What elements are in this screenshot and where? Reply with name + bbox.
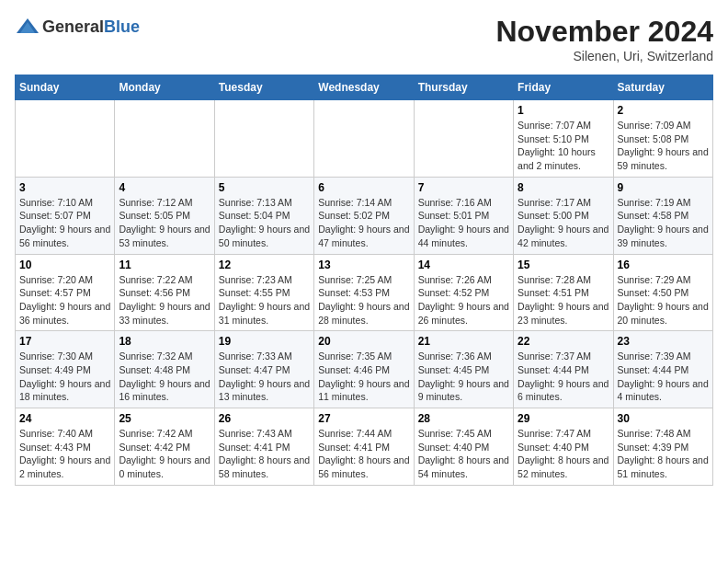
day-info: Sunrise: 7:26 AMSunset: 4:52 PMDaylight:…	[418, 273, 509, 327]
location-text: Silenen, Uri, Switzerland	[495, 49, 713, 63]
day-number: 29	[518, 412, 609, 425]
day-number: 5	[219, 181, 310, 194]
calendar-cell: 11Sunrise: 7:22 AMSunset: 4:56 PMDayligh…	[115, 254, 214, 331]
calendar-cell: 16Sunrise: 7:29 AMSunset: 4:50 PMDayligh…	[613, 254, 712, 331]
calendar-week-4: 17Sunrise: 7:30 AMSunset: 4:49 PMDayligh…	[16, 331, 713, 408]
calendar-week-3: 10Sunrise: 7:20 AMSunset: 4:57 PMDayligh…	[16, 254, 713, 331]
calendar-cell	[115, 100, 214, 178]
logo-general-text: General	[42, 17, 104, 36]
day-info: Sunrise: 7:17 AMSunset: 5:00 PMDaylight:…	[518, 196, 609, 250]
calendar-cell: 28Sunrise: 7:45 AMSunset: 4:40 PMDayligh…	[414, 408, 513, 486]
day-number: 1	[518, 104, 609, 117]
day-number: 23	[618, 335, 709, 348]
calendar-cell	[16, 100, 115, 178]
day-number: 2	[618, 104, 709, 117]
day-info: Sunrise: 7:45 AMSunset: 4:40 PMDaylight:…	[418, 427, 509, 481]
day-number: 6	[318, 181, 409, 194]
calendar-cell: 13Sunrise: 7:25 AMSunset: 4:53 PMDayligh…	[314, 254, 414, 331]
day-number: 18	[119, 335, 210, 348]
day-info: Sunrise: 7:19 AMSunset: 4:58 PMDaylight:…	[618, 196, 709, 250]
day-number: 16	[618, 259, 709, 271]
day-info: Sunrise: 7:36 AMSunset: 4:45 PMDaylight:…	[418, 350, 509, 404]
day-number: 26	[219, 412, 310, 425]
calendar-cell: 25Sunrise: 7:42 AMSunset: 4:42 PMDayligh…	[115, 408, 214, 486]
calendar-cell: 10Sunrise: 7:20 AMSunset: 4:57 PMDayligh…	[16, 254, 115, 331]
day-info: Sunrise: 7:42 AMSunset: 4:42 PMDaylight:…	[119, 427, 210, 481]
calendar-cell: 12Sunrise: 7:23 AMSunset: 4:55 PMDayligh…	[214, 254, 313, 331]
day-number: 30	[618, 412, 709, 425]
day-number: 15	[518, 259, 609, 271]
calendar-cell: 19Sunrise: 7:33 AMSunset: 4:47 PMDayligh…	[214, 331, 313, 408]
weekday-header-thursday: Thursday	[414, 75, 513, 100]
day-info: Sunrise: 7:30 AMSunset: 4:49 PMDaylight:…	[19, 350, 110, 404]
day-number: 10	[19, 259, 110, 271]
month-title: November 2024	[495, 15, 713, 49]
day-info: Sunrise: 7:12 AMSunset: 5:05 PMDaylight:…	[119, 196, 210, 250]
day-info: Sunrise: 7:40 AMSunset: 4:43 PMDaylight:…	[19, 427, 110, 481]
day-info: Sunrise: 7:22 AMSunset: 4:56 PMDaylight:…	[119, 273, 210, 327]
calendar-cell	[414, 100, 513, 178]
logo-blue-text: Blue	[104, 17, 140, 36]
calendar-cell: 17Sunrise: 7:30 AMSunset: 4:49 PMDayligh…	[16, 331, 115, 408]
day-number: 21	[418, 335, 509, 348]
day-number: 25	[119, 412, 210, 425]
calendar-cell: 27Sunrise: 7:44 AMSunset: 4:41 PMDayligh…	[314, 408, 414, 486]
day-number: 19	[219, 335, 310, 348]
day-info: Sunrise: 7:39 AMSunset: 4:44 PMDaylight:…	[618, 350, 709, 404]
day-number: 20	[318, 335, 409, 348]
calendar-cell: 18Sunrise: 7:32 AMSunset: 4:48 PMDayligh…	[115, 331, 214, 408]
calendar-cell: 4Sunrise: 7:12 AMSunset: 5:05 PMDaylight…	[115, 177, 214, 254]
calendar-cell	[214, 100, 313, 178]
calendar-cell: 2Sunrise: 7:09 AMSunset: 5:08 PMDaylight…	[613, 100, 712, 178]
calendar-cell: 20Sunrise: 7:35 AMSunset: 4:46 PMDayligh…	[314, 331, 414, 408]
day-number: 9	[618, 181, 709, 194]
calendar-week-5: 24Sunrise: 7:40 AMSunset: 4:43 PMDayligh…	[16, 408, 713, 486]
calendar-cell: 23Sunrise: 7:39 AMSunset: 4:44 PMDayligh…	[613, 331, 712, 408]
day-info: Sunrise: 7:13 AMSunset: 5:04 PMDaylight:…	[219, 196, 310, 250]
calendar-cell: 14Sunrise: 7:26 AMSunset: 4:52 PMDayligh…	[414, 254, 513, 331]
day-info: Sunrise: 7:23 AMSunset: 4:55 PMDaylight:…	[219, 273, 310, 327]
calendar-cell: 6Sunrise: 7:14 AMSunset: 5:02 PMDaylight…	[314, 177, 414, 254]
day-info: Sunrise: 7:09 AMSunset: 5:08 PMDaylight:…	[618, 119, 709, 173]
day-info: Sunrise: 7:20 AMSunset: 4:57 PMDaylight:…	[19, 273, 110, 327]
weekday-header-tuesday: Tuesday	[214, 75, 313, 100]
day-info: Sunrise: 7:33 AMSunset: 4:47 PMDaylight:…	[219, 350, 310, 404]
day-number: 24	[19, 412, 110, 425]
day-info: Sunrise: 7:10 AMSunset: 5:07 PMDaylight:…	[19, 196, 110, 250]
calendar-cell: 1Sunrise: 7:07 AMSunset: 5:10 PMDaylight…	[514, 100, 613, 178]
logo-icon	[15, 15, 40, 40]
weekday-header-wednesday: Wednesday	[314, 75, 414, 100]
day-info: Sunrise: 7:32 AMSunset: 4:48 PMDaylight:…	[119, 350, 210, 404]
day-info: Sunrise: 7:28 AMSunset: 4:51 PMDaylight:…	[518, 273, 609, 327]
calendar-table: SundayMondayTuesdayWednesdayThursdayFrid…	[15, 75, 713, 486]
day-number: 4	[119, 181, 210, 194]
day-info: Sunrise: 7:29 AMSunset: 4:50 PMDaylight:…	[618, 273, 709, 327]
day-number: 22	[518, 335, 609, 348]
day-number: 3	[19, 181, 110, 194]
calendar-cell: 3Sunrise: 7:10 AMSunset: 5:07 PMDaylight…	[16, 177, 115, 254]
calendar-cell: 24Sunrise: 7:40 AMSunset: 4:43 PMDayligh…	[16, 408, 115, 486]
calendar-cell: 22Sunrise: 7:37 AMSunset: 4:44 PMDayligh…	[514, 331, 613, 408]
weekday-header-friday: Friday	[514, 75, 613, 100]
day-info: Sunrise: 7:37 AMSunset: 4:44 PMDaylight:…	[518, 350, 609, 404]
day-info: Sunrise: 7:44 AMSunset: 4:41 PMDaylight:…	[318, 427, 409, 481]
calendar-cell: 8Sunrise: 7:17 AMSunset: 5:00 PMDaylight…	[514, 177, 613, 254]
title-block: November 2024 Silenen, Uri, Switzerland	[495, 15, 713, 63]
calendar-cell: 15Sunrise: 7:28 AMSunset: 4:51 PMDayligh…	[514, 254, 613, 331]
day-number: 12	[219, 259, 310, 271]
calendar-cell: 29Sunrise: 7:47 AMSunset: 4:40 PMDayligh…	[514, 408, 613, 486]
day-number: 7	[418, 181, 509, 194]
weekday-header-sunday: Sunday	[16, 75, 115, 100]
day-number: 27	[318, 412, 409, 425]
weekday-header-saturday: Saturday	[613, 75, 712, 100]
day-number: 28	[418, 412, 509, 425]
day-info: Sunrise: 7:43 AMSunset: 4:41 PMDaylight:…	[219, 427, 310, 481]
day-info: Sunrise: 7:48 AMSunset: 4:39 PMDaylight:…	[618, 427, 709, 481]
calendar-cell: 21Sunrise: 7:36 AMSunset: 4:45 PMDayligh…	[414, 331, 513, 408]
page-header: GeneralBlue November 2024 Silenen, Uri, …	[15, 15, 713, 63]
calendar-cell: 26Sunrise: 7:43 AMSunset: 4:41 PMDayligh…	[214, 408, 313, 486]
calendar-cell	[314, 100, 414, 178]
weekday-header-monday: Monday	[115, 75, 214, 100]
day-info: Sunrise: 7:07 AMSunset: 5:10 PMDaylight:…	[518, 119, 609, 173]
calendar-cell: 30Sunrise: 7:48 AMSunset: 4:39 PMDayligh…	[613, 408, 712, 486]
